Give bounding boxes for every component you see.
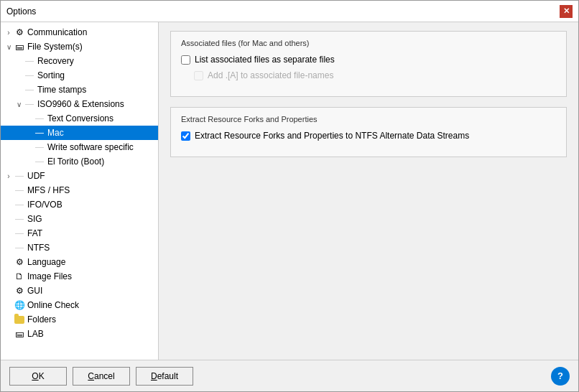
associated-files-title: Associated files (for Mac and others) [181,39,556,47]
associated-files-section: Associated files (for Mac and others) Li… [170,31,567,97]
dash-icon12: — [14,213,25,225]
sidebar-label-eltorito: El Torito (Boot) [47,157,104,167]
sidebar-label-writesoftware: Write software specific [47,142,134,152]
dash-icon4: — [24,98,35,110]
cancel-label: Cancel [88,371,114,381]
sidebar-label-ntfs: NTFS [27,243,50,253]
sidebar-label-mac: Mac [47,128,64,138]
img-icon: 🗋 [14,271,25,282]
list-associated-row: List associated files as separate files [181,55,556,65]
sidebar-label-filesystem: File System(s) [27,42,83,52]
sidebar-label-mfshfs: MFS / HFS [27,185,70,195]
expander-communication: › [4,29,14,37]
dash-icon13: — [14,228,25,239]
dash-icon7: — [34,141,45,153]
sidebar-label-recovery: Recovery [37,56,74,66]
sidebar-item-mac[interactable]: — Mac [1,126,158,140]
sidebar-label-textconv: Text Conversions [47,113,114,123]
sidebar-label-onlinecheck: Online Check [27,300,79,310]
sidebar-item-communication[interactable]: › ⚙ Communication [1,25,158,39]
add-a-label: Add .[A] to associated file-names [208,70,333,80]
sidebar-item-timestamps[interactable]: — Time stamps [1,83,158,97]
add-a-row: Add .[A] to associated file-names [194,70,556,80]
dash-icon14: — [14,242,25,253]
sidebar-item-sorting[interactable]: — Sorting [1,68,158,83]
sidebar-item-iso9660[interactable]: ∨ — ISO9960 & Extensions [1,97,158,111]
footer: OK Cancel Default ? [1,360,578,391]
default-label: Default [151,371,178,381]
sidebar-label-lab: LAB [27,329,44,339]
cancel-button[interactable]: Cancel [73,367,130,386]
gear-icon3: ⚙ [14,285,25,297]
dash-icon10: — [14,185,25,196]
dash-icon6: — [34,127,45,139]
dash-icon9: — [14,170,25,182]
extract-resource-label: Extract Resource Forks and Properties to… [195,131,469,141]
sidebar-item-writesoftware[interactable]: — Write software specific [1,140,158,154]
sidebar-label-communication: Communication [27,27,87,37]
dialog-title: Options [6,6,36,17]
gear-icon2: ⚙ [14,256,25,268]
ok-button[interactable]: OK [9,367,67,386]
sidebar-item-udf[interactable]: › — UDF [1,169,158,183]
sidebar-item-folders[interactable]: Folders [1,312,158,327]
list-associated-label: List associated files as separate files [195,55,335,65]
sidebar-item-textconv[interactable]: — Text Conversions [1,111,158,126]
sidebar-item-onlinecheck[interactable]: 🌐 Online Check [1,298,158,312]
extract-resource-title: Extract Resource Forks and Properties [181,115,556,123]
sidebar-label-imagefiles: Image Files [27,271,72,281]
extract-resource-checkbox[interactable] [181,131,190,141]
sidebar-label-gui: GUI [27,286,42,296]
sidebar-label-folders: Folders [27,314,56,325]
extract-resource-section: Extract Resource Forks and Properties Ex… [170,107,567,157]
sidebar-item-gui[interactable]: ⚙ GUI [1,284,158,298]
sidebar-item-recovery[interactable]: — Recovery [1,54,158,68]
title-bar: Options ✕ [1,1,578,22]
add-a-checkbox[interactable] [194,71,203,80]
close-button[interactable]: ✕ [560,5,573,18]
sidebar-label-sorting: Sorting [37,70,65,80]
hdd-icon: 🖴 [14,41,25,52]
sidebar-label-udf: UDF [27,171,45,181]
help-button[interactable]: ? [551,367,570,386]
list-associated-checkbox[interactable] [181,55,190,65]
expander-filesystem: ∨ [4,43,14,51]
options-dialog: Options ✕ › ⚙ Communication ∨ 🖴 File Sys… [0,0,579,392]
globe-icon: 🌐 [14,299,25,311]
extract-resource-row: Extract Resource Forks and Properties to… [181,131,556,141]
dialog-body: › ⚙ Communication ∨ 🖴 File System(s) — R… [1,22,578,360]
folder-icon [14,314,25,325]
sidebar-label-language: Language [27,257,65,267]
sidebar-item-eltorito[interactable]: — El Torito (Boot) [1,154,158,169]
sidebar-item-imagefiles[interactable]: 🗋 Image Files [1,269,158,284]
sidebar-item-ifovob[interactable]: — IFO/VOB [1,197,158,212]
main-content: Associated files (for Mac and others) Li… [159,22,578,360]
dash-icon5: — [34,113,45,124]
dash-icon: — [24,55,35,67]
dash-icon2: — [24,70,35,81]
sidebar-item-fat[interactable]: — FAT [1,226,158,241]
sidebar-tree: › ⚙ Communication ∨ 🖴 File System(s) — R… [1,22,159,360]
dash-icon11: — [14,199,25,210]
lab-icon: 🖴 [14,328,25,340]
dash-icon3: — [24,84,35,95]
dash-icon8: — [34,156,45,167]
sidebar-item-lab[interactable]: 🖴 LAB [1,327,158,341]
default-button[interactable]: Default [136,367,193,386]
sidebar-label-iso9660: ISO9960 & Extensions [37,99,124,109]
expander-udf: › [4,172,14,180]
sidebar-label-fat: FAT [27,228,42,238]
expander-iso9660: ∨ [14,101,24,108]
sidebar-label-timestamps: Time stamps [37,85,86,95]
gear-icon: ⚙ [14,27,25,38]
ok-label: OK [32,371,44,381]
sidebar-item-language[interactable]: ⚙ Language [1,255,158,269]
sidebar-label-sig: SIG [27,214,42,224]
sidebar-item-ntfs[interactable]: — NTFS [1,241,158,255]
sidebar-item-filesystem[interactable]: ∨ 🖴 File System(s) [1,39,158,54]
sidebar-item-sig[interactable]: — SIG [1,212,158,226]
sidebar-item-mfshfs[interactable]: — MFS / HFS [1,183,158,197]
sidebar-label-ifovob: IFO/VOB [27,200,62,210]
